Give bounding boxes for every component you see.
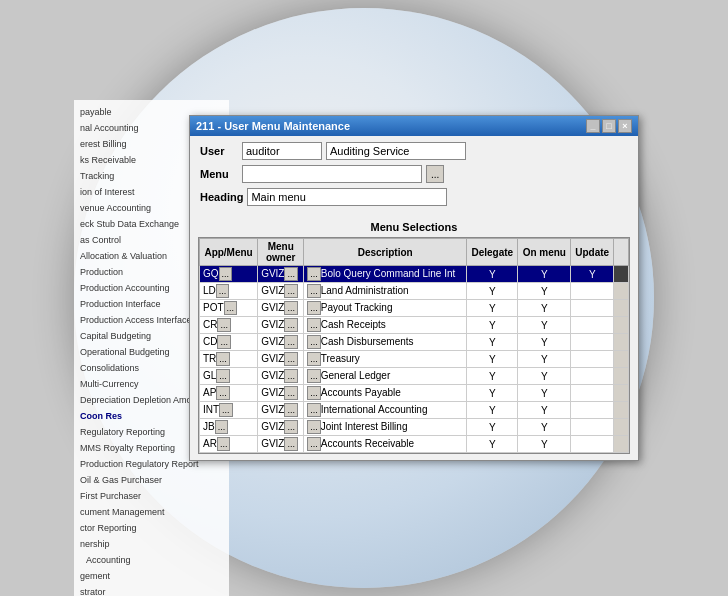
maximize-button[interactable]: □ [602,119,616,133]
owner-cell-button[interactable]: ... [284,318,298,332]
app-cell-button[interactable]: ... [224,301,238,315]
sidebar-item: Accounting [78,552,225,568]
desc-cell-button[interactable]: ... [307,335,321,349]
sidebar-item: strator [78,584,225,596]
owner-value: GVIZ [261,353,284,364]
onmenu-cell: Y [518,351,571,368]
onmenu-cell: Y [518,266,571,283]
close-button[interactable]: × [618,119,632,133]
app-cell-button[interactable]: ... [219,403,233,417]
desc-cell-button[interactable]: ... [307,267,321,281]
desc-value: Land Administration [321,285,409,296]
desc-cell-button[interactable]: ... [307,284,321,298]
desc-cell-button[interactable]: ... [307,437,321,451]
table-row[interactable]: AP...GVIZ......Accounts PayableYY [200,385,629,402]
owner-cell-button[interactable]: ... [284,369,298,383]
table-header-row: App/Menu Menuowner Description Delegate … [200,239,629,266]
table-row[interactable]: CD...GVIZ......Cash DisbursementsYY [200,334,629,351]
delegate-cell: Y [467,266,518,283]
desc-value: Cash Disbursements [321,336,414,347]
app-cell-button[interactable]: ... [215,420,229,434]
app-cell-button[interactable]: ... [217,437,231,451]
desc-value: Payout Tracking [321,302,393,313]
owner-cell-button[interactable]: ... [284,335,298,349]
table-row[interactable]: LD...GVIZ......Land AdministrationYY [200,283,629,300]
owner-cell-button[interactable]: ... [284,386,298,400]
minimize-button[interactable]: _ [586,119,600,133]
menu-input[interactable] [242,165,422,183]
update-cell: Y [571,266,614,283]
col-header-onmenu: On menu [518,239,571,266]
table-row[interactable]: INT...GVIZ......International Accounting… [200,402,629,419]
onmenu-cell: Y [518,368,571,385]
desc-cell-button[interactable]: ... [307,318,321,332]
owner-cell-button[interactable]: ... [284,403,298,417]
col-header-delegate: Delegate [467,239,518,266]
delegate-cell: Y [467,317,518,334]
delegate-cell: Y [467,385,518,402]
window-title: 211 - User Menu Maintenance [196,120,350,132]
app-cell-button[interactable]: ... [216,352,230,366]
desc-cell-button[interactable]: ... [307,352,321,366]
update-cell [571,283,614,300]
desc-value: General Ledger [321,370,391,381]
desc-value: Bolo Query Command Line Int [321,268,456,279]
sidebar-item: First Purchaser [78,488,225,504]
app-cell-button[interactable]: ... [216,284,230,298]
window-controls: _ □ × [586,119,632,133]
desc-value: International Accounting [321,404,428,415]
onmenu-cell: Y [518,300,571,317]
owner-value: GVIZ [261,421,284,432]
owner-value: GVIZ [261,268,284,279]
app-cell-button[interactable]: ... [216,386,230,400]
owner-cell-button[interactable]: ... [284,301,298,315]
desc-cell-button[interactable]: ... [307,301,321,315]
update-cell [571,300,614,317]
owner-cell-button[interactable]: ... [284,267,298,281]
heading-input[interactable] [247,188,447,206]
app-cell-button[interactable]: ... [219,267,233,281]
table-row[interactable]: GL...GVIZ......General LedgerYY [200,368,629,385]
menu-browse-button[interactable]: ... [426,165,444,183]
app-cell-button[interactable]: ... [217,335,231,349]
col-header-desc: Description [304,239,467,266]
update-cell [571,317,614,334]
app-cell-button[interactable]: ... [216,369,230,383]
desc-cell-button[interactable]: ... [307,369,321,383]
scroll-cell [614,368,629,385]
update-cell [571,436,614,453]
desc-cell-button[interactable]: ... [307,420,321,434]
delegate-cell: Y [467,351,518,368]
desc-cell-button[interactable]: ... [307,403,321,417]
owner-cell-button[interactable]: ... [284,352,298,366]
table-row[interactable]: AR...GVIZ......Accounts ReceivableYY [200,436,629,453]
owner-value: GVIZ [261,438,284,449]
sidebar-item: nership [78,536,225,552]
app-value: GQ [203,268,219,279]
table-row[interactable]: CR...GVIZ......Cash ReceiptsYY [200,317,629,334]
update-cell [571,402,614,419]
table-row[interactable]: TR...GVIZ......TreasuryYY [200,351,629,368]
sidebar-item: ctor Reporting [78,520,225,536]
scroll-cell [614,334,629,351]
app-value: AP [203,387,216,398]
desc-cell-button[interactable]: ... [307,386,321,400]
owner-cell-button[interactable]: ... [284,420,298,434]
desc-value: Cash Receipts [321,319,386,330]
sidebar-item: cument Management [78,504,225,520]
user-desc-input[interactable] [326,142,466,160]
scroll-cell [614,266,629,283]
delegate-cell: Y [467,300,518,317]
app-value: LD [203,285,216,296]
user-input[interactable] [242,142,322,160]
app-value: TR [203,353,216,364]
table-row[interactable]: POT...GVIZ......Payout TrackingYY [200,300,629,317]
sidebar-item: Oil & Gas Purchaser [78,472,225,488]
app-cell-button[interactable]: ... [217,318,231,332]
table-row[interactable]: GQ...GVIZ......Bolo Query Command Line I… [200,266,629,283]
update-cell [571,351,614,368]
table-row[interactable]: JB...GVIZ......Joint Interest BillingYY [200,419,629,436]
owner-cell-button[interactable]: ... [284,284,298,298]
main-window: 211 - User Menu Maintenance _ □ × User M… [189,115,639,461]
owner-cell-button[interactable]: ... [284,437,298,451]
